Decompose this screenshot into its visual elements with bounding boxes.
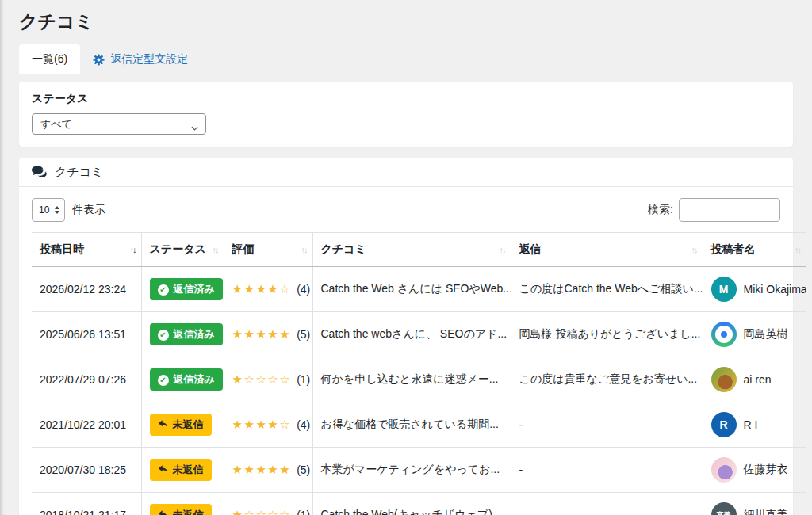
cell-reply: この度はCatch the Webへご相談い... <box>511 267 703 312</box>
cell-status: 未返信 <box>141 448 224 493</box>
comments-icon <box>32 166 48 178</box>
star-rating-icons: ★★★★☆ <box>232 418 292 431</box>
reply-icon <box>158 509 168 515</box>
cell-rating: ★★★★☆ (4) <box>224 267 312 312</box>
cell-review: Catch the webさんに、 SEOのアド... <box>312 312 511 357</box>
tab-bar: 一覧(6) 返信定型文設定 <box>19 44 793 74</box>
table-row: 2018/10/21 21:17 未返信 ★☆☆☆☆ (1) Catch the… <box>32 493 806 515</box>
poster-name: Miki Okajima <box>744 283 806 296</box>
cell-status: 未返信 <box>141 402 224 448</box>
star-rating-icons: ★★★★★ <box>232 327 292 341</box>
status-badge: ✔ 返信済み <box>150 323 223 345</box>
reply-icon <box>158 419 168 429</box>
check-circle-icon: ✔ <box>158 330 169 341</box>
poster-name: ai ren <box>744 373 772 386</box>
star-rating-icons: ★★★★★ <box>232 463 292 476</box>
cell-rating: ★☆☆☆☆ (1) <box>224 493 312 515</box>
table-row: 2022/07/29 07:26 ✔ 返信済み ★☆☆☆☆ (1) 何かを申し込… <box>32 357 806 402</box>
cell-reply: この度は貴重なご意見をお寄せい... <box>511 357 703 402</box>
cell-review: お得な価格で販売されている期間... <box>312 402 511 448</box>
status-badge: 未返信 <box>150 414 212 436</box>
page-length-select[interactable]: 10 <box>32 198 65 222</box>
table-row: 2020/07/30 18:25 未返信 ★★★★★ (5) 本業がマーケティン… <box>32 448 806 493</box>
poster-name: R I <box>744 418 758 431</box>
select-arrows-icon <box>55 206 59 214</box>
gear-icon <box>93 54 105 66</box>
star-rating-icons: ★☆☆☆☆ <box>232 508 292 515</box>
star-rating-icons: ★☆☆☆☆ <box>232 372 292 386</box>
check-circle-icon: ✔ <box>158 284 169 296</box>
cell-poster: M Miki Okajima <box>703 267 806 312</box>
cell-status: ✔ 返信済み <box>141 267 224 312</box>
page-length-control: 10 件表示 <box>32 198 105 222</box>
cell-status: 未返信 <box>141 493 224 515</box>
reviews-table: 投稿日時 ↑↓ ステータス ↑↓ 評価 ↑↓ クチコミ ↑↓ 返信 ↑↓ 投稿者… <box>32 232 806 515</box>
sort-icons: ↑↓ <box>500 245 505 254</box>
cell-reply: 岡島様 投稿ありがとうございまし... <box>511 312 703 357</box>
cell-poster: 岡島英樹 <box>703 312 806 357</box>
status-select-value: すべて <box>40 117 72 132</box>
cell-post-date: 2021/10/22 20:01 <box>32 402 141 448</box>
cell-post-date: 2020/07/30 18:25 <box>32 448 141 493</box>
table-row: 2026/02/12 23:24 ✔ 返信済み ★★★★☆ (4) Catch … <box>32 267 806 312</box>
sort-icons: ↑↓ <box>795 245 800 254</box>
cell-rating: ★★★★★ (5) <box>224 312 312 357</box>
avatar: M <box>711 277 737 302</box>
page-length-value: 10 <box>39 204 49 216</box>
avatar <box>711 322 737 347</box>
cell-poster: R R I <box>703 402 806 448</box>
avatar: 直美 <box>711 502 737 515</box>
poster-name: 佐藤芽衣 <box>744 463 788 477</box>
cell-post-date: 2018/10/21 21:17 <box>32 493 141 515</box>
column-header[interactable]: クチコミ ↑↓ <box>312 233 511 267</box>
cell-poster: 佐藤芽衣 <box>703 448 806 493</box>
cell-review: 本業がマーケティングをやってお... <box>312 448 511 493</box>
column-header[interactable]: 評価 ↑↓ <box>224 233 312 267</box>
search-input[interactable] <box>679 198 780 222</box>
status-badge: 未返信 <box>150 504 212 515</box>
reviews-panel: クチコミ 10 件表示 検索: 投稿日時 ↑↓ ステータス ↑↓ 評価 ↑↓ <box>19 158 793 515</box>
cell-post-date: 2025/06/26 13:51 <box>32 312 141 357</box>
status-select[interactable]: すべて <box>32 113 206 135</box>
cell-post-date: 2022/07/29 07:26 <box>32 357 141 402</box>
tab-settings-label: 返信定型文設定 <box>110 52 188 67</box>
sort-icons: ↑↓ <box>130 245 136 254</box>
page-length-suffix: 件表示 <box>72 203 105 217</box>
status-badge: ✔ 返信済み <box>150 368 223 391</box>
cell-post-date: 2026/02/12 23:24 <box>32 267 141 312</box>
tab-reply-template-settings[interactable]: 返信定型文設定 <box>80 44 201 74</box>
cell-status: ✔ 返信済み <box>141 357 224 402</box>
cell-review: Catch the Web さんには SEOやWeb... <box>312 267 511 312</box>
tab-list[interactable]: 一覧(6) <box>19 44 80 74</box>
reviews-panel-title: クチコミ <box>55 165 103 180</box>
cell-rating: ★☆☆☆☆ (1) <box>224 357 312 402</box>
status-badge: ✔ 返信済み <box>150 278 223 300</box>
cell-rating: ★★★★★ (5) <box>224 448 312 493</box>
column-header[interactable]: 投稿日時 ↑↓ <box>32 233 141 267</box>
sort-icons: ↑↓ <box>691 245 697 254</box>
status-filter-label: ステータス <box>32 92 780 106</box>
reviews-panel-header: クチコミ <box>19 158 793 187</box>
table-row: 2021/10/22 20:01 未返信 ★★★★☆ (4) お得な価格で販売さ… <box>32 402 806 448</box>
cell-poster: 直美 細川直美 <box>703 493 806 515</box>
tab-list-label: 一覧(6) <box>32 52 67 67</box>
column-header[interactable]: 投稿者名 ↑↓ <box>703 233 806 267</box>
page-title: クチコミ <box>19 0 793 34</box>
cell-reply: - <box>511 402 703 448</box>
search-label: 検索: <box>648 203 673 217</box>
check-circle-icon: ✔ <box>158 375 169 386</box>
column-header[interactable]: 返信 ↑↓ <box>511 233 703 267</box>
table-row: 2025/06/26 13:51 ✔ 返信済み ★★★★★ (5) Catch … <box>32 312 806 357</box>
cell-status: ✔ 返信済み <box>141 312 224 357</box>
cell-review: 何かを申し込むと永遠に迷惑メー... <box>312 357 511 402</box>
table-header-row: 投稿日時 ↑↓ ステータス ↑↓ 評価 ↑↓ クチコミ ↑↓ 返信 ↑↓ 投稿者… <box>32 233 806 267</box>
cell-review: Catch the Web(キャッチザウェブ)... <box>312 493 511 515</box>
status-badge: 未返信 <box>150 459 212 481</box>
avatar <box>711 457 737 483</box>
cell-reply: - <box>511 493 703 515</box>
status-filter-card: ステータス すべて <box>19 82 793 147</box>
star-rating-icons: ★★★★☆ <box>232 282 292 296</box>
sort-icons: ↑↓ <box>213 245 218 254</box>
column-header[interactable]: ステータス ↑↓ <box>141 233 224 267</box>
poster-name: 細川直美 <box>744 508 788 515</box>
